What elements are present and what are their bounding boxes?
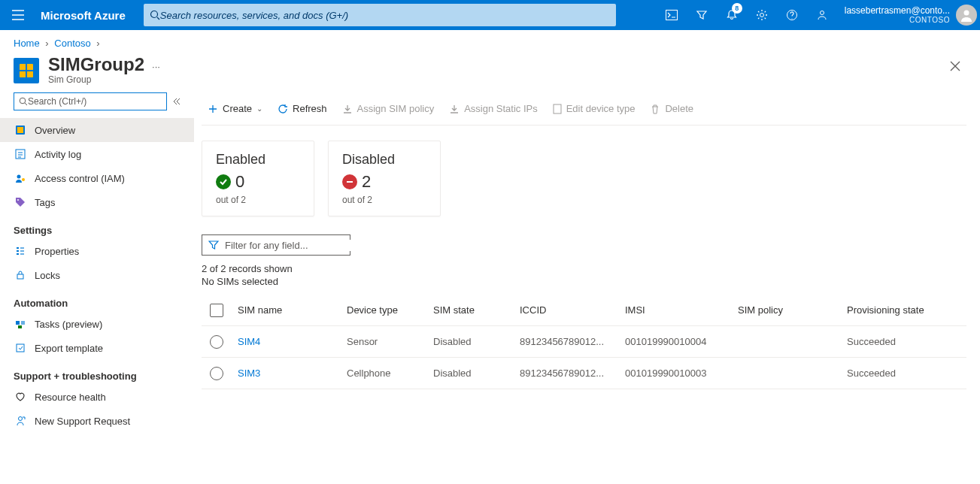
sidebar-item-properties[interactable]: Properties xyxy=(0,239,194,263)
page-subtitle: Sim Group xyxy=(48,74,144,85)
cell-imsi: 001019990010004 xyxy=(619,336,732,347)
card-title: Enabled xyxy=(216,152,300,168)
filter-icon xyxy=(208,240,219,250)
edit-device-type-button: Edit device type xyxy=(547,97,642,121)
breadcrumb-home[interactable]: Home xyxy=(14,38,40,49)
activity-log-icon xyxy=(14,147,27,161)
svg-rect-19 xyxy=(17,344,24,352)
brand-label[interactable]: Microsoft Azure xyxy=(36,9,136,22)
sidebar-item-label: Resource health xyxy=(35,392,106,403)
records-selected: No SIMs selected xyxy=(202,276,966,287)
global-search[interactable] xyxy=(144,4,616,26)
column-sim-name[interactable]: SIM name xyxy=(232,304,341,316)
trash-icon xyxy=(650,104,660,114)
export-template-icon xyxy=(14,341,27,355)
sidebar-heading-support: Support + troubleshooting xyxy=(0,360,194,385)
sidebar-item-tasks[interactable]: Tasks (preview) xyxy=(0,312,194,336)
create-button[interactable]: Create ⌄ xyxy=(202,97,269,121)
account-org: CONTOSO xyxy=(845,16,950,24)
sim-name-link[interactable]: SIM3 xyxy=(238,368,260,379)
refresh-button[interactable]: Refresh xyxy=(272,97,333,121)
hamburger-menu[interactable] xyxy=(0,0,36,30)
refresh-icon xyxy=(278,104,288,114)
svg-rect-10 xyxy=(17,127,23,133)
table-row[interactable]: SIM3 Cellphone Disabled 89123456789012..… xyxy=(202,358,966,389)
lock-icon xyxy=(14,268,27,282)
cell-prov: Succeeded xyxy=(841,368,954,379)
feedback-button[interactable] xyxy=(807,0,837,30)
chevron-double-left-icon xyxy=(173,98,181,105)
cell-state: Disabled xyxy=(427,368,514,379)
sidebar-item-access-control[interactable]: Access control (IAM) xyxy=(0,166,194,190)
plus-icon xyxy=(208,104,218,114)
sidebar-item-activity-log[interactable]: Activity log xyxy=(0,142,194,166)
cloud-shell-button[interactable] xyxy=(657,0,687,30)
cell-iccid: 89123456789012... xyxy=(514,368,619,379)
breadcrumb: Home › Contoso › xyxy=(0,30,980,52)
resource-icon xyxy=(14,58,39,83)
column-sim-policy[interactable]: SIM policy xyxy=(732,304,841,316)
svg-rect-16 xyxy=(16,321,20,325)
download-icon xyxy=(449,104,460,114)
sidebar-item-overview[interactable]: Overview xyxy=(0,118,194,142)
svg-line-8 xyxy=(25,103,27,105)
download-icon xyxy=(342,104,353,114)
records-shown: 2 of 2 records shown xyxy=(202,263,966,274)
sidebar: Overview Activity log Access control (IA… xyxy=(0,92,194,448)
row-selector[interactable] xyxy=(210,367,223,380)
sidebar-item-label: Properties xyxy=(35,246,79,257)
select-all-checkbox[interactable] xyxy=(210,304,223,317)
card-disabled[interactable]: Disabled 2 out of 2 xyxy=(328,141,441,216)
topbar-icon-group: 8 xyxy=(657,0,837,30)
help-button[interactable] xyxy=(777,0,807,30)
collapse-sidebar-button[interactable] xyxy=(173,98,181,105)
sidebar-item-label: Tasks (preview) xyxy=(35,319,102,330)
notification-badge: 8 xyxy=(732,3,742,14)
filter-input[interactable] xyxy=(225,240,351,251)
row-selector[interactable] xyxy=(210,335,223,349)
sidebar-search-input[interactable] xyxy=(28,96,162,107)
heart-icon xyxy=(14,390,27,404)
table-row[interactable]: SIM4 Sensor Disabled 89123456789012... 0… xyxy=(202,326,966,358)
page-title: SIMGroup2 xyxy=(48,55,144,74)
column-iccid[interactable]: ICCID xyxy=(514,304,619,316)
cell-imsi: 001019990010003 xyxy=(619,368,732,379)
search-icon xyxy=(150,10,160,20)
notifications-button[interactable]: 8 xyxy=(717,0,747,30)
properties-icon xyxy=(14,244,27,258)
card-title: Disabled xyxy=(342,152,426,168)
filter-box[interactable] xyxy=(202,234,350,256)
sidebar-item-tags[interactable]: Tags xyxy=(0,190,194,214)
more-actions-button[interactable]: ··· xyxy=(152,55,160,72)
column-sim-state[interactable]: SIM state xyxy=(427,304,514,316)
sidebar-item-export-template[interactable]: Export template xyxy=(0,336,194,360)
svg-point-3 xyxy=(760,14,763,17)
card-enabled[interactable]: Enabled 0 out of 2 xyxy=(202,141,314,216)
sidebar-item-label: Overview xyxy=(35,125,75,136)
settings-button[interactable] xyxy=(747,0,777,30)
sidebar-item-locks[interactable]: Locks xyxy=(0,263,194,287)
assign-static-ips-button: Assign Static IPs xyxy=(443,97,544,121)
breadcrumb-contoso[interactable]: Contoso xyxy=(54,38,90,49)
close-button[interactable] xyxy=(944,55,966,77)
sim-name-link[interactable]: SIM4 xyxy=(238,336,260,347)
help-icon xyxy=(786,9,798,21)
cloud-shell-icon xyxy=(666,10,678,20)
sidebar-item-support-request[interactable]: New Support Request xyxy=(0,409,194,433)
command-bar: Create ⌄ Refresh Assign SIM policy Assig… xyxy=(202,92,966,126)
sidebar-search[interactable] xyxy=(14,92,167,110)
column-device-type[interactable]: Device type xyxy=(341,304,427,316)
directories-button[interactable] xyxy=(687,0,717,30)
global-search-input[interactable] xyxy=(160,10,610,21)
account-menu[interactable]: lassebertrasmen@conto... CONTOSO xyxy=(837,5,980,26)
svg-point-20 xyxy=(19,417,23,421)
sidebar-item-resource-health[interactable]: Resource health xyxy=(0,385,194,409)
column-imsi[interactable]: IMSI xyxy=(619,304,732,316)
account-email: lassebertrasmen@conto... xyxy=(845,6,950,16)
column-provisioning-state[interactable]: Provisioning state xyxy=(841,304,954,316)
search-icon xyxy=(19,97,28,106)
close-icon xyxy=(950,61,960,71)
card-subtitle: out of 2 xyxy=(342,195,426,205)
cell-iccid: 89123456789012... xyxy=(514,336,619,347)
sidebar-item-label: Export template xyxy=(35,343,103,354)
